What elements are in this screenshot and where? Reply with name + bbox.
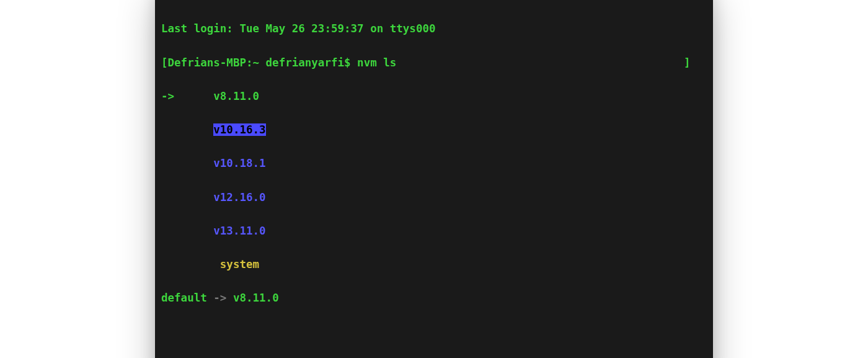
version-selected: v10.16.3 [213, 123, 265, 136]
terminal-body[interactable]: Last login: Tue May 26 23:59:37 on ttys0… [155, 0, 713, 358]
pad [161, 225, 213, 237]
system-label: system [220, 258, 259, 271]
prompt-bracket-close: ] [684, 56, 691, 69]
default-version: v8.11.0 [233, 292, 279, 304]
version-item: v10.18.1 [213, 157, 265, 169]
version-item: v13.11.0 [213, 225, 265, 237]
command-text: nvm ls [357, 56, 396, 69]
current-version: v8.11.0 [213, 90, 259, 102]
prompt-text: Defrians-MBP:~ defrianyarfi$ [168, 56, 358, 69]
last-login-line: Last login: Tue May 26 23:59:37 on ttys0… [161, 22, 436, 35]
pad [161, 157, 213, 169]
default-label: default [161, 292, 207, 304]
default-arrow: -> [207, 292, 233, 304]
pad [161, 123, 213, 136]
prompt-spacer [396, 56, 684, 69]
version-item: v12.16.0 [213, 191, 265, 204]
current-arrow: -> [161, 90, 174, 102]
pad [161, 258, 220, 271]
pad [161, 191, 213, 204]
prompt-bracket-open: [ [161, 56, 168, 69]
terminal-window: 🏠 defrianyarfi — -bash — 80×9 Last login… [155, 0, 713, 358]
pad [174, 90, 213, 102]
